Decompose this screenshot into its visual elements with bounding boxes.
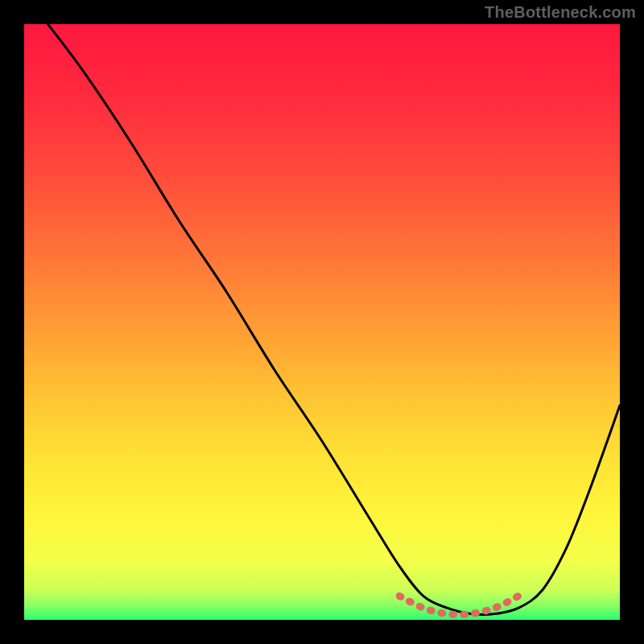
curve-layer [24, 24, 620, 620]
bottleneck-curve [48, 24, 620, 615]
chart-frame: TheBottleneck.com [0, 0, 644, 644]
watermark-label: TheBottleneck.com [485, 3, 636, 22]
plot-area [24, 24, 620, 620]
